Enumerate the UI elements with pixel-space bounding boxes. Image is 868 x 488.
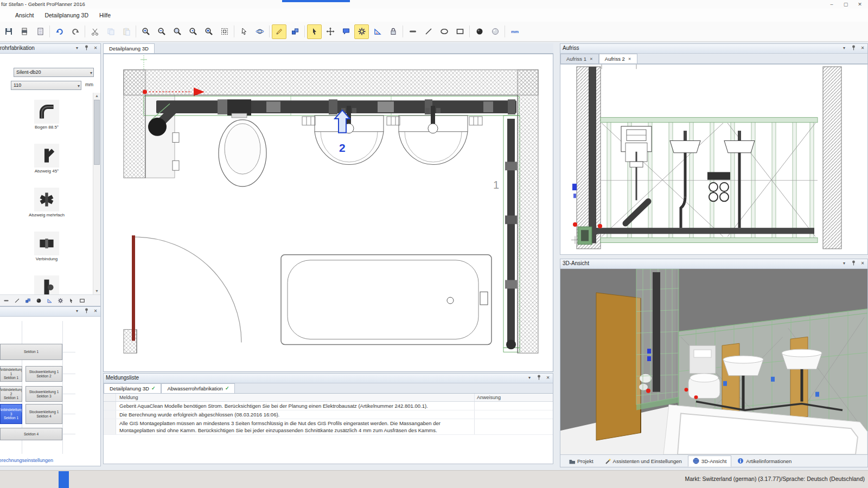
panel-menu-icon[interactable]: ▾ [526, 375, 533, 381]
threed-canvas[interactable] [560, 269, 867, 454]
menu-item-ansicht[interactable]: Ansicht [10, 10, 39, 20]
select-button[interactable] [307, 24, 322, 39]
pin-icon[interactable] [82, 45, 90, 52]
tab-detailplanung-3d[interactable]: Detailplanung 3D [103, 43, 155, 53]
branch-tool-button[interactable] [12, 296, 22, 305]
close-icon[interactable]: ✕ [859, 260, 866, 267]
pan-button[interactable] [237, 24, 251, 39]
section-button-top[interactable]: Sektion 1 [0, 344, 62, 360]
message-row[interactable]: Alle GIS Montageplatten müssen an mindes… [104, 419, 553, 435]
zoom-all-button[interactable] [201, 24, 216, 39]
bend-tool-button[interactable] [1, 296, 11, 305]
grid-tool-button[interactable] [77, 296, 87, 305]
scrollbar-thumb[interactable] [94, 100, 100, 165]
zoom-in-button[interactable] [138, 24, 153, 39]
dimension-mm-button[interactable]: mm [507, 24, 522, 39]
pipe-system-select[interactable]: Silent-db20 ▾ [14, 68, 94, 77]
message-row[interactable]: Die Berechnung wurde erfolgreich abgesch… [104, 410, 553, 419]
draw-rectangle-button[interactable] [452, 24, 467, 39]
orbit-button[interactable] [252, 24, 267, 39]
elevation-canvas[interactable] [560, 64, 867, 254]
zoom-region-button[interactable] [170, 24, 184, 39]
move-button[interactable] [323, 24, 337, 39]
elevation-tab-1[interactable]: Aufriss 1✕ [560, 54, 599, 63]
settings-button[interactable] [354, 24, 369, 39]
undo-button[interactable] [52, 24, 67, 39]
section-button-left-1[interactable]: Anbindeleitung 1 Sektion 1 [0, 366, 22, 382]
close-icon[interactable]: ✕ [544, 375, 552, 381]
draw-ellipse-button[interactable] [437, 24, 451, 39]
sphere-tool-button[interactable] [34, 296, 43, 305]
pin-icon[interactable] [850, 260, 857, 267]
section-button-right-1[interactable]: Stockwerkleitung 1 Sektion 2 [25, 366, 62, 382]
fitting-tool-button[interactable] [23, 296, 33, 305]
options-tool-button[interactable] [55, 296, 65, 305]
catalog-item[interactable]: Abzweig mehrfach [29, 188, 65, 217]
message-tab-detailplanung-3d[interactable]: Detailplanung 3D✓ [104, 383, 161, 393]
catalog-item[interactable]: Bogen 88.5° [34, 100, 59, 130]
dock-tab-assistenten-und-einstellungen[interactable]: Assistenten und Einstellungen [599, 455, 687, 467]
scroll-down-icon[interactable]: ▼ [93, 288, 100, 294]
copy-button[interactable] [103, 24, 118, 39]
section-button-bottom[interactable]: Sektion 4 [0, 428, 62, 440]
panel-menu-icon[interactable]: ▾ [840, 260, 848, 267]
close-icon[interactable]: ✕ [853, 0, 867, 9]
edit-mode-button[interactable] [272, 24, 286, 39]
catalog-scrollbar[interactable]: ▲ ▼ [93, 93, 100, 294]
close-icon[interactable]: ✕ [92, 308, 99, 314]
menu-item-hilfe[interactable]: Hilfe [94, 10, 116, 20]
annotation-button[interactable] [339, 24, 353, 39]
close-icon[interactable]: ✕ [92, 45, 99, 52]
catalog-item[interactable]: Verbindung [34, 232, 59, 261]
draw-line-button[interactable] [421, 24, 436, 39]
zoom-previous-button[interactable] [186, 24, 200, 39]
dock-tab-projekt[interactable]: Projekt [564, 455, 598, 467]
pipe-diameter-select[interactable]: 110 ▾ [11, 81, 81, 90]
section-button-left-2[interactable]: Anbindeleitung 2 Sektion 1 [0, 386, 22, 402]
dock-tabbar: ProjektAssistenten und Einstellungen3D-A… [560, 454, 867, 467]
elevation-tab-2[interactable]: Aufriss 2✕ [599, 54, 637, 63]
pin-icon[interactable] [82, 308, 90, 314]
pipe-segment-button[interactable] [405, 24, 420, 39]
message-row[interactable]: Geberit AquaClean Modelle benötigen Stro… [104, 402, 553, 410]
message-tab-abwasserrohrfabrikation[interactable]: Abwasserrohrfabrikation✓ [161, 383, 235, 393]
select-tool-button[interactable] [66, 296, 76, 305]
tab-label: Aufriss 2 [605, 54, 625, 63]
pin-icon[interactable] [535, 375, 542, 381]
maximize-icon[interactable]: ▢ [839, 0, 853, 9]
catalog-item[interactable] [34, 275, 59, 294]
section-button-left-3[interactable]: Anbindeleitung 3 Sektion 1 [0, 404, 22, 424]
zoom-window-button[interactable] [217, 24, 232, 39]
print-button[interactable] [17, 24, 31, 39]
angle-tool-button[interactable] [44, 296, 54, 305]
section-button-right-2[interactable]: Stockwerkleitung 1 Sektion 3 [25, 386, 62, 402]
panel-menu-icon[interactable]: ▾ [73, 45, 81, 52]
minimize-icon[interactable]: – [825, 0, 839, 9]
dock-tab-artikelinformationen[interactable]: Artikelinformationen [732, 455, 796, 467]
pin-icon[interactable] [850, 45, 857, 52]
save-button[interactable] [1, 24, 16, 39]
tab-close-icon[interactable]: ✕ [590, 54, 593, 63]
zoom-out-button[interactable] [154, 24, 169, 39]
calculation-settings-link[interactable]: Berechnungseinstellungen [0, 458, 53, 463]
panel-menu-icon[interactable]: ▾ [840, 45, 848, 52]
report-button[interactable] [33, 24, 47, 39]
dock-tab-3d-ansicht[interactable]: 3D-Ansicht [688, 455, 731, 467]
close-icon[interactable]: ✕ [859, 45, 866, 52]
lock-button[interactable] [386, 24, 400, 39]
tab-close-icon[interactable]: ✕ [628, 54, 631, 63]
panel-menu-icon[interactable]: ▾ [73, 308, 81, 314]
catalog-item[interactable]: Abzweig 45° [34, 144, 59, 174]
measure-button[interactable] [370, 24, 385, 39]
section-button-right-3[interactable]: Stockwerkleitung 1 Sektion 4 [25, 404, 62, 424]
floorplan-canvas[interactable]: 2 1 [103, 54, 553, 372]
wc-module [621, 126, 652, 223]
paste-button[interactable] [119, 24, 133, 39]
sphere-dark-button[interactable] [472, 24, 487, 39]
scroll-up-icon[interactable]: ▲ [93, 93, 100, 99]
fittings-button[interactable] [288, 24, 302, 39]
sphere-light-button[interactable] [488, 24, 502, 39]
menu-item-detailplanung-3d[interactable]: Detailplanung 3D [39, 10, 94, 20]
cut-button[interactable] [87, 24, 102, 39]
redo-button[interactable] [68, 24, 82, 39]
